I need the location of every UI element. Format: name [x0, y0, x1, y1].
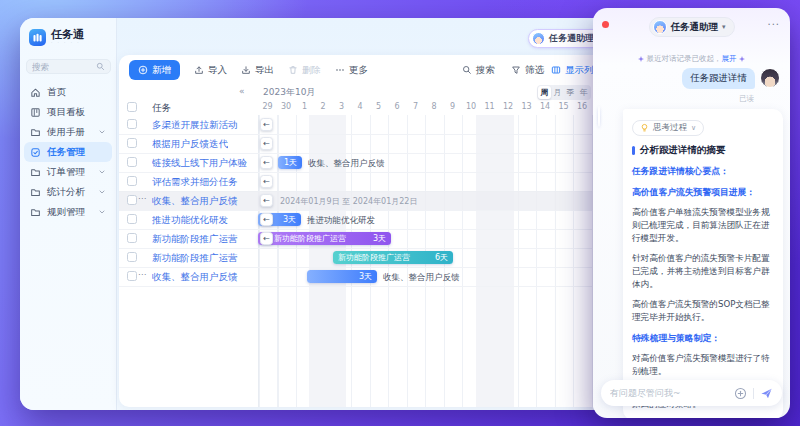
search-button[interactable]: 搜索 — [462, 64, 495, 77]
gantt-bar-title: 新功能阶段推广运营 — [263, 233, 373, 244]
row-checkbox[interactable] — [127, 195, 137, 205]
scroll-to-bar-button[interactable]: ← — [260, 118, 273, 131]
date-label: 5 — [369, 102, 388, 111]
assistant-input[interactable] — [610, 388, 728, 398]
row-menu-button[interactable]: ⋯ — [138, 270, 147, 279]
assistant-subhead: 特殊梳理与策略制定： — [632, 332, 774, 345]
view-option-月[interactable]: 月 — [551, 86, 564, 99]
row-checkbox[interactable] — [127, 119, 137, 129]
task-name-link[interactable]: 链接线上线下用户体验 — [152, 157, 247, 170]
read-status: 已读 — [739, 94, 754, 104]
export-icon — [241, 65, 251, 75]
gantt-bar[interactable]: 3天 — [307, 270, 377, 283]
sidebar-item-3[interactable]: 使用手册 — [24, 122, 112, 142]
sidebar-item-label: 首页 — [47, 86, 106, 99]
columns-button[interactable]: 显示列 — [551, 64, 594, 77]
send-icon — [760, 387, 773, 400]
row-checkbox[interactable] — [127, 176, 137, 186]
date-label: 9 — [443, 102, 462, 111]
gantt-date-range-note: 2024年01月9日 至 2024年01月22日 — [280, 196, 417, 207]
sidebar-search[interactable] — [26, 59, 111, 74]
gantt-period-label: 2023年10月 — [263, 86, 315, 99]
gantt-bar[interactable]: 1天 — [278, 156, 302, 169]
scroll-to-bar-button[interactable]: ← — [260, 194, 273, 207]
assistant-para: 对高价值客户流失预警模型进行了特别梳理。 — [632, 352, 774, 378]
attach-button[interactable] — [734, 387, 747, 400]
scroll-to-bar-button[interactable]: ← — [260, 213, 273, 226]
sidebar-item-6[interactable]: 统计分析 — [24, 182, 112, 202]
assistant-entry-button[interactable]: 任务通助理 — [528, 29, 603, 48]
export-button[interactable]: 导出 — [241, 64, 274, 77]
task-column-title: 任务 — [152, 102, 171, 115]
import-button[interactable]: 导入 — [194, 64, 227, 77]
view-option-周[interactable]: 周 — [538, 86, 551, 99]
history-collapsed-notice: 最近对话记录已收起，展开 — [593, 54, 790, 64]
delete-button[interactable]: 删除 — [288, 64, 321, 77]
row-checkbox[interactable] — [127, 138, 137, 148]
assistant-subhead: 任务跟进详情核心要点： — [632, 165, 774, 178]
chevron-down-icon: ▾ — [722, 23, 726, 31]
sparkle-icon — [739, 56, 745, 62]
task-name-link[interactable]: 新功能阶段推广运营 — [152, 233, 238, 246]
scroll-to-bar-button[interactable]: ← — [260, 156, 273, 169]
task-name-link[interactable]: 多渠道开展拉新活动 — [152, 119, 238, 132]
task-name-link[interactable]: 收集、整合用户反馈 — [152, 195, 238, 208]
thinking-process-toggle[interactable]: 思考过程 ∨ — [632, 120, 704, 136]
expand-history-link[interactable]: 展开 — [722, 54, 737, 63]
trash-icon — [288, 65, 298, 75]
scroll-to-bar-button[interactable]: ← — [260, 137, 273, 150]
date-label: 16 — [573, 102, 592, 111]
date-label: 30 — [277, 102, 296, 111]
scroll-to-bar-button[interactable]: ← — [260, 175, 273, 188]
gantt-bar[interactable]: 新功能阶段推广运营6天 — [333, 251, 453, 264]
select-all-checkbox[interactable] — [127, 102, 137, 112]
row-checkbox[interactable] — [127, 233, 137, 243]
gantt-bar[interactable]: 新功能阶段推广运营3天 — [258, 232, 391, 245]
sidebar-item-label: 任务管理 — [47, 146, 106, 159]
send-button[interactable] — [760, 387, 773, 400]
assistant-para: 针对高价值客户的流失预警卡片配置已完成，并将主动推送到目标客户群体内。 — [632, 252, 774, 291]
sidebar: 任务通 · · · · · 首页项目看板使用手册任务管理订单管理统计分析规则管理 — [20, 18, 117, 410]
chevron-down-icon — [98, 128, 106, 136]
assistant-subhead: 高价值客户流失预警项目进展： — [632, 186, 774, 199]
row-checkbox[interactable] — [127, 214, 137, 224]
search-input[interactable] — [32, 62, 96, 72]
task-name-link[interactable]: 收集、整合用户反馈 — [152, 271, 238, 284]
task-name-link[interactable]: 新功能阶段推广运营 — [152, 252, 238, 265]
collapse-list-button[interactable]: « — [239, 86, 245, 96]
date-label: 11 — [480, 102, 499, 111]
row-checkbox[interactable] — [127, 157, 137, 167]
filter-button[interactable]: 筛选 — [511, 64, 544, 77]
more-button[interactable]: 更多 — [335, 64, 368, 77]
assistant-title-pill[interactable]: 任务通助理 ▾ — [648, 17, 734, 37]
sidebar-item-5[interactable]: 订单管理 — [24, 162, 112, 182]
user-avatar — [760, 68, 780, 88]
task-name-link[interactable]: 根据用户反馈迭代 — [152, 138, 228, 151]
input-divider — [753, 388, 754, 399]
sidebar-item-4[interactable]: 任务管理 — [24, 142, 112, 162]
desktop-background: 任务通 · · · · · 首页项目看板使用手册任务管理订单管理统计分析规则管理… — [0, 0, 800, 426]
assistant-para: 高价值客户流失预警的SOP文档已整理完毕并开始执行。 — [632, 298, 774, 324]
close-window-dot[interactable] — [602, 21, 609, 28]
assistant-avatar — [652, 20, 666, 34]
sidebar-item-7[interactable]: 规则管理 — [24, 202, 112, 222]
row-menu-button[interactable]: ⋯ — [138, 194, 147, 203]
panel-more-button[interactable]: ... — [767, 16, 780, 27]
assistant-title: 任务通助理 — [670, 21, 718, 34]
kanban-icon — [30, 107, 41, 118]
assistant-panel: 任务通助理 ▾ ... 最近对话记录已收起，展开 任务跟进详情 已读 思考过程 … — [593, 8, 790, 418]
row-checkbox[interactable] — [127, 271, 137, 281]
add-button[interactable]: 新增 — [129, 60, 180, 80]
scroll-to-bar-button[interactable]: ← — [260, 232, 273, 245]
chevron-down-icon — [98, 208, 106, 216]
view-option-季[interactable]: 季 — [564, 86, 577, 99]
chevron-down-icon — [98, 168, 106, 176]
date-label: 6 — [388, 102, 407, 111]
task-name-link[interactable]: 评估需求并细分任务 — [152, 176, 238, 189]
sidebar-item-1[interactable]: 首页 — [24, 82, 112, 102]
sidebar-item-2[interactable]: 项目看板 — [24, 102, 112, 122]
row-checkbox[interactable] — [127, 252, 137, 262]
view-option-年[interactable]: 年 — [577, 86, 590, 99]
task-name-link[interactable]: 推进功能优化研发 — [152, 214, 228, 227]
sidebar-item-label: 使用手册 — [47, 126, 92, 139]
